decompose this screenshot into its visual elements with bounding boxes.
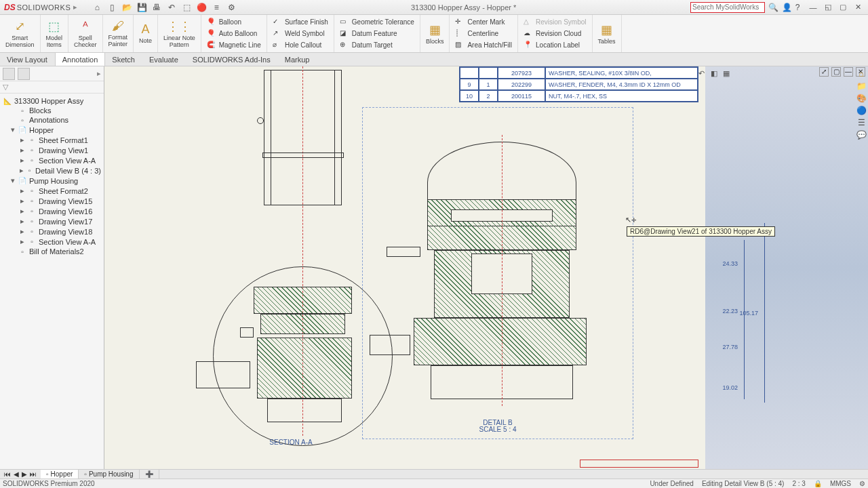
expand-icon[interactable]: ▸: [19, 136, 25, 144]
tab-view-layout[interactable]: View Layout: [0, 53, 55, 66]
expand-icon[interactable]: ▸: [19, 146, 25, 155]
sheet-tab-pump-housing[interactable]: ▫Pump Housing: [79, 470, 139, 479]
sheet-tab-hopper[interactable]: ▫Hopper: [41, 470, 79, 479]
save-icon[interactable]: 💾: [136, 2, 147, 13]
fm-tab-icon[interactable]: [3, 68, 15, 80]
undo-icon[interactable]: ↶: [166, 2, 177, 13]
fm-tab2-icon[interactable]: [18, 68, 30, 80]
hole-callout-button[interactable]: ⌀Hole Callout: [270, 40, 331, 51]
center-mark-button[interactable]: ✛Center Mark: [452, 17, 515, 28]
dimension[interactable]: 27.78: [722, 344, 738, 350]
balloon-button[interactable]: 🎈Balloon: [204, 17, 264, 28]
datum-target-button[interactable]: ⊕Datum Target: [337, 40, 417, 51]
detail-view-b[interactable]: 24.33 22.23 105.17 27.78 19.02 DETAIL B …: [362, 107, 633, 439]
tables-button[interactable]: ▦Tables: [593, 15, 622, 52]
expand-icon[interactable]: ▸: [19, 166, 24, 175]
expand-icon[interactable]: ▸: [19, 207, 25, 216]
geometric-tolerance-button[interactable]: ▭Geometric Tolerance: [337, 17, 417, 28]
appearance-icon[interactable]: 🔵: [856, 106, 867, 117]
status-gear-icon[interactable]: ⚙: [859, 480, 865, 487]
expand-icon[interactable]: ▾: [9, 176, 16, 185]
home-icon[interactable]: ⌂: [856, 69, 867, 80]
prev-view-icon[interactable]: ↶: [698, 69, 708, 79]
filter-icon[interactable]: ▽: [3, 83, 8, 92]
expand-icon[interactable]: ⤢: [819, 67, 829, 77]
expand-icon[interactable]: ▸: [19, 227, 25, 236]
spell-checker-button[interactable]: ᴬSpell Checker: [68, 15, 103, 52]
tree-item[interactable]: ▸▫Drawing View1: [0, 145, 104, 155]
bom-row[interactable]: 102200115NUT, M4-.7, HEX, SS: [460, 90, 698, 102]
tab-markup[interactable]: Markup: [278, 53, 317, 66]
help-icon[interactable]: ?: [792, 2, 803, 13]
expand-icon[interactable]: ▸: [19, 217, 25, 226]
drawing-canvas[interactable]: ⤢ ▢ — ✕ 🔍 ⬚ ↶ ◧ ▦ 207923WASHER, SEALING,…: [104, 66, 868, 469]
tab-addins[interactable]: SOLIDWORKS Add-Ins: [186, 53, 278, 66]
status-units[interactable]: MMGS: [830, 480, 851, 487]
tree-item[interactable]: ▫Blocks: [0, 106, 104, 115]
expand-icon[interactable]: ▸: [19, 156, 25, 165]
smart-dimension-button[interactable]: ⤢Smart Dimension: [0, 15, 41, 52]
tree-item[interactable]: ▸▫Drawing View17: [0, 216, 104, 226]
resources-icon[interactable]: 📁: [856, 81, 867, 92]
centerline-button[interactable]: ┊Centerline: [452, 28, 515, 39]
tree-item[interactable]: ▾📄Hopper: [0, 125, 104, 135]
home-icon[interactable]: ⌂: [92, 2, 102, 13]
display-icon[interactable]: ▦: [723, 69, 732, 79]
dimension[interactable]: 19.02: [722, 384, 738, 391]
minimize-button[interactable]: —: [808, 3, 818, 12]
first-sheet-icon[interactable]: ⏮: [4, 470, 11, 478]
surface-finish-button[interactable]: ✓Surface Finish: [270, 17, 331, 28]
blocks-button[interactable]: ▦Blocks: [420, 15, 450, 52]
chevron-right-icon[interactable]: ▸: [73, 3, 77, 12]
last-sheet-icon[interactable]: ⏭: [30, 470, 37, 478]
min-icon[interactable]: —: [844, 67, 853, 77]
tree-item[interactable]: ▸▫Drawing View15: [0, 196, 104, 206]
tree-item[interactable]: ▸▫Sheet Format1: [0, 135, 104, 145]
select-icon[interactable]: ⬚: [181, 2, 192, 13]
tree-item[interactable]: ▾📄Pump Housing: [0, 176, 104, 186]
status-scale[interactable]: 2 : 3: [792, 480, 805, 487]
new-icon[interactable]: ▯: [106, 2, 117, 13]
prev-sheet-icon[interactable]: ◀: [14, 470, 19, 478]
note-button[interactable]: ANote: [134, 15, 158, 52]
expand-icon[interactable]: ▸: [19, 186, 25, 195]
palette-icon[interactable]: 🎨: [856, 94, 867, 104]
format-painter-button[interactable]: 🖌Format Painter: [103, 15, 134, 52]
tree-item[interactable]: ▫Annotations: [0, 115, 104, 125]
magnetic-line-button[interactable]: 🧲Magnetic Line: [204, 40, 264, 51]
bom-row[interactable]: 207923WASHER, SEALING, #10X 3/8IN OD,: [460, 67, 698, 79]
open-icon[interactable]: 📂: [121, 2, 132, 13]
expand-icon[interactable]: ▸: [19, 197, 25, 205]
revision-cloud-button[interactable]: ☁Revision Cloud: [521, 28, 589, 39]
expand-icon[interactable]: ▾: [9, 125, 16, 134]
dimension[interactable]: 24.33: [722, 260, 738, 267]
datum-feature-button[interactable]: ◪Datum Feature: [337, 28, 417, 39]
chevron-right-icon[interactable]: ▸: [97, 69, 101, 78]
tree-root[interactable]: 📐 313300 Hopper Assy: [0, 96, 104, 106]
tree-item[interactable]: ▸▫Detail View B (4 : 3): [0, 165, 104, 176]
rebuild-icon[interactable]: 🔴: [196, 2, 207, 13]
expand-icon[interactable]: ▸: [19, 237, 25, 246]
next-sheet-icon[interactable]: ▶: [22, 470, 27, 478]
tree-item[interactable]: ▸▫Section View A-A: [0, 237, 104, 247]
auto-balloon-button[interactable]: 🎈Auto Balloon: [204, 28, 264, 39]
tree-item[interactable]: ▸▫Drawing View18: [0, 226, 104, 237]
close-button[interactable]: ✕: [853, 3, 863, 12]
tab-annotation[interactable]: Annotation: [55, 53, 106, 66]
add-sheet-button[interactable]: ➕: [140, 470, 159, 479]
maximize-button[interactable]: ▢: [838, 3, 848, 12]
property-icon[interactable]: ☰: [856, 118, 867, 129]
location-label-button[interactable]: 📍Location Label: [521, 40, 589, 51]
forum-icon[interactable]: 💬: [856, 130, 867, 141]
gear-icon[interactable]: ⚙: [226, 2, 237, 13]
model-items-button[interactable]: ⬚Model Items: [41, 15, 69, 52]
user-icon[interactable]: 👤: [781, 2, 792, 13]
restore-button[interactable]: ◱: [823, 3, 833, 12]
tree-item[interactable]: ▸▫Section View A-A: [0, 155, 104, 165]
search-input[interactable]: [690, 2, 765, 13]
linear-note-pattern-button[interactable]: ⋮⋮Linear Note Pattern: [158, 15, 201, 52]
dimension[interactable]: 22.23: [722, 308, 738, 314]
tree-item[interactable]: ▫Bill of Materials2: [0, 247, 104, 256]
tab-sketch[interactable]: Sketch: [105, 53, 142, 66]
options-icon[interactable]: ≡: [211, 2, 222, 13]
